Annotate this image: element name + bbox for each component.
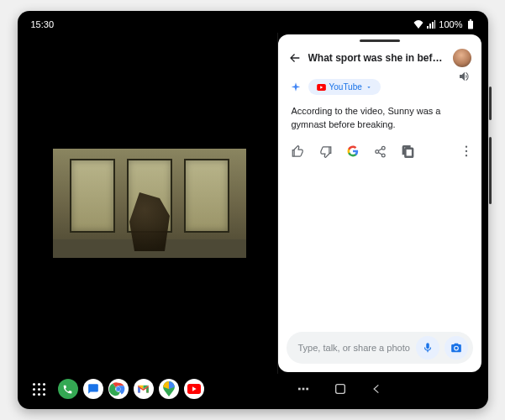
- camera-icon: [450, 342, 462, 354]
- svg-point-5: [465, 155, 466, 156]
- video-player-pane[interactable]: [23, 33, 277, 374]
- taskbar: [23, 374, 483, 404]
- svg-rect-12: [298, 388, 301, 391]
- battery-icon: [466, 19, 475, 29]
- source-chip-youtube[interactable]: YouTube: [308, 79, 381, 95]
- back-button[interactable]: [288, 51, 302, 65]
- assistant-panel: What sport was she in befo... YouTube: [278, 34, 481, 372]
- nav-home[interactable]: [334, 382, 347, 396]
- svg-rect-14: [306, 388, 308, 391]
- video-frame: [53, 149, 246, 258]
- page-title: What sport was she in befo...: [308, 52, 446, 64]
- input-placeholder: Type, talk, or share a photo: [298, 343, 411, 353]
- nav-recent[interactable]: [297, 382, 310, 396]
- avatar[interactable]: [453, 49, 471, 67]
- messages-app[interactable]: [83, 379, 103, 399]
- device-frame: 15:30 100%: [18, 11, 488, 409]
- share-icon[interactable]: [374, 145, 387, 158]
- svg-point-3: [465, 146, 466, 148]
- google-icon[interactable]: [347, 145, 359, 157]
- svg-point-9: [116, 387, 120, 391]
- maps-app[interactable]: [159, 379, 179, 399]
- camera-button[interactable]: [445, 336, 468, 360]
- youtube-app[interactable]: [184, 379, 204, 399]
- battery-text: 100%: [439, 19, 462, 29]
- status-icons: 100%: [413, 19, 474, 29]
- youtube-icon: [317, 84, 326, 91]
- phone-app[interactable]: [58, 379, 78, 399]
- clock: 15:30: [31, 19, 55, 29]
- wifi-icon: [413, 20, 423, 29]
- speaker-icon[interactable]: [458, 70, 471, 83]
- sparkle-icon: [290, 81, 302, 93]
- nav-back[interactable]: [371, 382, 382, 396]
- svg-point-4: [465, 150, 466, 152]
- thumbs-down-icon[interactable]: [319, 145, 332, 158]
- mic-icon: [422, 342, 434, 354]
- chevron-down-icon: [366, 84, 372, 91]
- chrome-app[interactable]: [108, 379, 129, 399]
- search-input[interactable]: Type, talk, or share a photo: [287, 332, 473, 364]
- gmail-app[interactable]: [134, 379, 154, 399]
- svg-rect-1: [469, 19, 471, 21]
- mic-button[interactable]: [416, 336, 439, 360]
- thumbs-up-icon[interactable]: [292, 145, 304, 158]
- volume-button[interactable]: [489, 87, 492, 120]
- copy-icon[interactable]: [402, 145, 414, 158]
- svg-rect-15: [335, 385, 345, 394]
- signal-icon: [427, 20, 435, 29]
- screen: 15:30 100%: [23, 16, 483, 404]
- svg-rect-13: [302, 388, 304, 391]
- chip-label: YouTube: [329, 82, 362, 92]
- svg-rect-0: [468, 21, 473, 29]
- assistant-response: According to the video, Sunny was a gymn…: [278, 100, 481, 137]
- more-icon[interactable]: [465, 145, 468, 157]
- power-button[interactable]: [489, 137, 492, 204]
- app-drawer-icon[interactable]: [31, 381, 48, 397]
- status-bar: 15:30 100%: [23, 16, 483, 33]
